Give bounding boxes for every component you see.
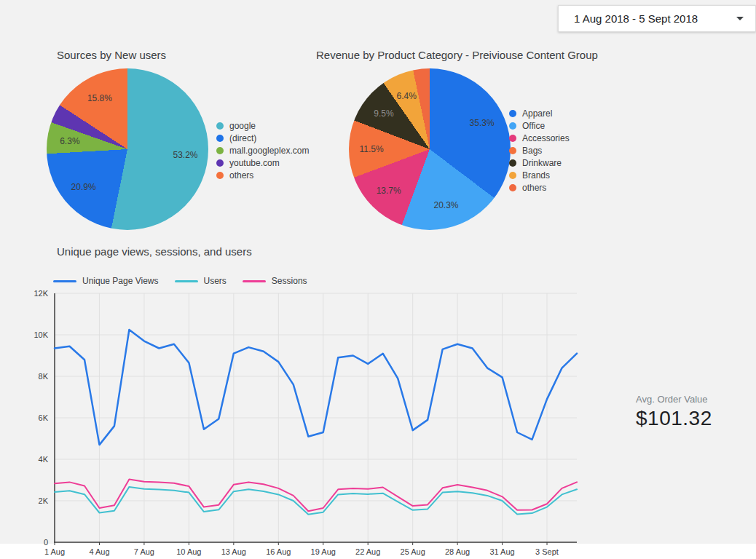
dashboard-canvas: 1 Aug 2018 - 5 Sept 2018 Sources by New …	[0, 0, 756, 559]
pie-slice-label: 11.5%	[360, 144, 384, 154]
x-tick-label: 1 Aug	[44, 547, 65, 556]
x-tick-label: 19 Aug	[311, 547, 336, 556]
x-tick-label: 4 Aug	[89, 547, 109, 556]
legend-label: others	[522, 183, 546, 193]
pie-slice-label: 15.8%	[87, 93, 112, 103]
legend-line-swatch	[175, 280, 198, 282]
pie-slice-label: 6.4%	[397, 91, 417, 101]
x-tick-label: 10 Aug	[176, 547, 201, 556]
x-tick-label: 7 Aug	[134, 547, 154, 556]
scorecard-value: $101.32	[636, 407, 712, 430]
x-tick-label: 22 Aug	[355, 547, 380, 556]
y-tick-label: 2K	[39, 496, 49, 505]
legend-color-dot	[216, 135, 224, 142]
pie-slice-label: 9.5%	[374, 108, 393, 119]
legend-item[interactable]: Brands	[509, 169, 570, 181]
legend-item[interactable]: others	[216, 169, 309, 181]
sources-pie-legend: google(direct)mall.googleplex.comyoutube…	[216, 119, 309, 181]
legend-color-dot	[216, 159, 224, 167]
line-legend-item[interactable]: Sessions	[243, 276, 307, 286]
line-chart-legend: Unique Page ViewsUsersSessions	[53, 276, 307, 286]
revenue-pie-legend: ApparelOfficeAccessoriesBagsDrinkwareBra…	[509, 107, 570, 194]
legend-item[interactable]: youtube.com	[216, 156, 309, 169]
legend-label: Accessories	[522, 133, 570, 143]
legend-line-swatch	[243, 280, 266, 282]
scorecard-label: Avg. Order Value	[636, 394, 712, 405]
series-sessions	[55, 479, 577, 511]
line-legend-item[interactable]: Unique Page Views	[53, 276, 159, 286]
series-unique-page-views	[55, 330, 577, 445]
x-tick-label: 13 Aug	[221, 547, 246, 556]
legend-label: youtube.com	[229, 158, 280, 168]
legend-line-swatch	[53, 280, 76, 282]
legend-item[interactable]: Accessories	[509, 132, 570, 144]
pie-chart-title-revenue: Revenue by Product Category - Preiviouse…	[316, 49, 598, 61]
x-tick-label: 16 Aug	[266, 547, 291, 556]
legend-label: others	[229, 170, 253, 181]
legend-item[interactable]: Bags	[509, 144, 570, 156]
y-tick-label: 0	[44, 538, 48, 547]
date-range-picker[interactable]: 1 Aug 2018 - 5 Sept 2018	[558, 5, 756, 32]
x-tick-label: 31 Aug	[489, 547, 514, 556]
legend-color-dot	[509, 159, 516, 167]
pie-slice-label: 20.9%	[71, 182, 96, 192]
legend-label: mall.googleplex.com	[229, 146, 309, 156]
y-tick-label: 6K	[39, 413, 49, 422]
legend-item[interactable]: Drinkware	[509, 156, 570, 169]
pie-chart-title-sources: Sources by New users	[57, 49, 166, 61]
line-legend-label: Unique Page Views	[82, 276, 159, 286]
legend-color-dot	[216, 172, 224, 179]
legend-label: Brands	[522, 170, 550, 181]
legend-color-dot	[509, 135, 516, 142]
legend-label: Bags	[522, 146, 542, 156]
x-tick-label: 3 Sept	[535, 547, 559, 556]
pie-slice-label: 53.2%	[173, 150, 198, 160]
legend-color-dot	[509, 184, 516, 191]
pie-slice-label: 13.7%	[377, 186, 401, 196]
chevron-down-icon	[736, 17, 744, 20]
x-tick-label: 28 Aug	[445, 547, 470, 556]
y-tick-label: 8K	[39, 372, 49, 381]
legend-label: google	[229, 121, 256, 131]
y-tick-label: 4K	[39, 455, 49, 464]
x-tick-label: 25 Aug	[401, 547, 425, 556]
legend-label: Office	[522, 121, 545, 131]
legend-item[interactable]: mall.googleplex.com	[216, 144, 309, 156]
legend-color-dot	[509, 110, 516, 117]
legend-color-dot	[509, 122, 516, 130]
revenue-pie-chart[interactable]: 35.3%20.3%13.7%11.5%9.5%6.4%	[349, 68, 511, 230]
legend-item[interactable]: (direct)	[216, 132, 309, 144]
legend-label: Apparel	[522, 108, 552, 119]
legend-color-dot	[216, 147, 224, 154]
legend-label: Drinkware	[522, 158, 562, 168]
line-legend-item[interactable]: Users	[175, 276, 227, 286]
legend-item[interactable]: Office	[509, 119, 570, 132]
line-legend-label: Users	[204, 276, 227, 286]
date-range-label: 1 Aug 2018 - 5 Sept 2018	[574, 12, 698, 25]
legend-item[interactable]: others	[509, 181, 570, 194]
line-legend-label: Sessions	[272, 276, 307, 286]
legend-color-dot	[509, 172, 516, 179]
legend-item[interactable]: google	[216, 119, 309, 132]
legend-color-dot	[216, 122, 224, 130]
legend-label: (direct)	[229, 133, 256, 143]
sources-pie-chart[interactable]: 53.2%20.9%6.3%15.8%	[47, 68, 208, 230]
pie-slice-label: 35.3%	[470, 118, 495, 128]
avg-order-value-scorecard: Avg. Order Value $101.32	[636, 394, 712, 430]
line-chart-title: Unique page views, sessions, and users	[57, 245, 252, 258]
legend-color-dot	[509, 147, 516, 154]
y-tick-label: 10K	[34, 330, 48, 339]
pie-slice-label: 20.3%	[434, 200, 459, 210]
y-tick-label: 12K	[34, 289, 48, 298]
pie-slice-label: 6.3%	[60, 136, 79, 146]
legend-item[interactable]: Apparel	[509, 107, 570, 119]
